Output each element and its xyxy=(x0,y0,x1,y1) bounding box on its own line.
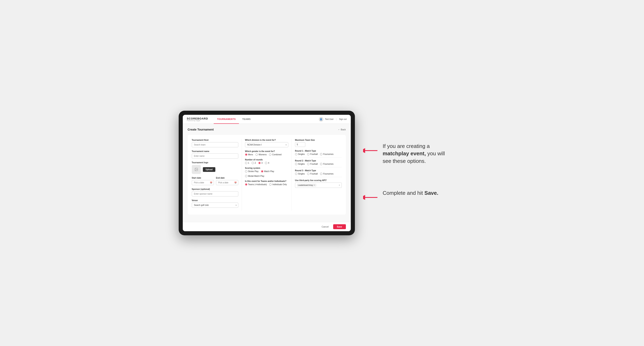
max-team-size-group: Maximum Team Size xyxy=(295,139,342,147)
rounds-group: Number of rounds 1 2 xyxy=(245,159,288,164)
api-select-wrapper[interactable]: Leaderboard King ✕ ▾ xyxy=(295,182,342,188)
venue-select-wrapper: Search golf club xyxy=(192,202,238,208)
api-remove-icon[interactable]: ✕ xyxy=(314,184,315,186)
tab-teams[interactable]: TEAMS xyxy=(239,115,254,124)
division-select[interactable]: NCAA Division I xyxy=(245,142,288,147)
annotation-area: If you are creating a matchplay event, y… xyxy=(363,111,466,235)
api-label: Use third-party live scoring API? xyxy=(295,179,342,181)
tournament-host-input[interactable] xyxy=(192,142,238,147)
arrow-right-icon xyxy=(363,145,380,157)
form-col-1: Tournament Host Tournament name Tourname… xyxy=(192,139,242,210)
r3-singles[interactable]: Singles xyxy=(295,173,305,175)
r1-fourball[interactable]: Fourball xyxy=(307,153,318,155)
arrow-right-bottom-icon xyxy=(363,191,380,204)
nav-right: 👤 Test User | Sign out xyxy=(319,117,347,122)
annotation-top-block: If you are creating a matchplay event, y… xyxy=(363,142,466,165)
r2-singles[interactable]: Singles xyxy=(295,163,305,165)
top-nav: SCOREBOARD Powered by clippit TOURNAMENT… xyxy=(183,115,351,124)
scoring-stroke[interactable]: Stroke Play xyxy=(245,170,258,173)
event-teams[interactable]: Teams (+Individuals) xyxy=(245,183,267,185)
round3-label: Round 3 - Match Type xyxy=(295,170,342,172)
end-date-group: End date 📅 xyxy=(216,177,238,185)
calendar-icon-end: 📅 xyxy=(234,181,237,184)
api-dropdown-icon: ▾ xyxy=(339,184,340,186)
event-type-group: Is this event for Teams and/or Individua… xyxy=(245,180,288,185)
avatar: 👤 xyxy=(319,117,323,122)
user-name: Test User xyxy=(325,118,334,120)
divider1 xyxy=(295,157,342,158)
logo-placeholder xyxy=(192,165,201,174)
date-row: Start date 📅 End date xyxy=(192,177,238,185)
division-label: Which division is the event for? xyxy=(245,139,288,141)
tablet-device: SCOREBOARD Powered by clippit TOURNAMENT… xyxy=(179,111,355,235)
tournament-name-label: Tournament name xyxy=(192,150,238,153)
gender-group: Which gender is the event for? Mens Wome… xyxy=(245,150,288,156)
rounds-3[interactable]: 3 xyxy=(258,162,263,164)
form-grid: Tournament Host Tournament name Tourname… xyxy=(188,135,346,215)
event-type-radio-group: Teams (+Individuals) Individuals Only xyxy=(245,183,288,185)
r1-foursomes[interactable]: Foursomes xyxy=(320,153,333,155)
gender-mens[interactable]: Mens xyxy=(245,154,253,156)
rounds-2[interactable]: 2 xyxy=(252,162,256,164)
r2-foursomes[interactable]: Foursomes xyxy=(320,163,333,165)
upload-button[interactable]: Upload xyxy=(203,167,216,172)
rounds-1[interactable]: 1 xyxy=(245,162,249,164)
tablet-screen: SCOREBOARD Powered by clippit TOURNAMENT… xyxy=(183,115,351,231)
round3-match-type: Round 3 - Match Type Singles Fourball xyxy=(295,170,342,175)
tournament-name-input[interactable] xyxy=(192,154,238,159)
gender-label: Which gender is the event for? xyxy=(245,150,288,153)
r2-fourball[interactable]: Fourball xyxy=(307,163,318,165)
event-type-label: Is this event for Teams and/or Individua… xyxy=(245,180,288,182)
api-group: Use third-party live scoring API? Leader… xyxy=(295,179,342,188)
api-tag-label: Leaderboard King xyxy=(298,184,313,186)
gender-womens[interactable]: Womens xyxy=(256,154,266,156)
page-header: Create Tournament ← Back xyxy=(188,128,346,131)
venue-group: Venue Search golf club xyxy=(192,199,238,208)
tournament-logo-group: Tournament logo Upload xyxy=(192,162,238,174)
back-button[interactable]: ← Back xyxy=(338,128,346,131)
event-individuals[interactable]: Individuals Only xyxy=(269,183,287,185)
divider3 xyxy=(295,177,342,177)
page-title: Create Tournament xyxy=(188,128,214,131)
sign-out-link[interactable]: Sign out xyxy=(339,118,347,120)
scoring-medal[interactable]: Medal Match Play xyxy=(245,175,264,177)
svg-point-1 xyxy=(196,169,196,169)
round2-label: Round 2 - Match Type xyxy=(295,160,342,162)
end-date-label: End date xyxy=(216,177,238,179)
r3-foursomes[interactable]: Foursomes xyxy=(320,173,333,175)
nav-left: SCOREBOARD Powered by clippit TOURNAMENT… xyxy=(187,115,254,124)
scoring-match[interactable]: Match Play xyxy=(261,170,274,173)
save-button[interactable]: Save xyxy=(333,224,346,229)
rounds-label: Number of rounds xyxy=(245,159,288,161)
rounds-radio-group: 1 2 3 xyxy=(245,162,288,164)
r1-singles[interactable]: Singles xyxy=(295,153,305,155)
max-team-size-label: Maximum Team Size xyxy=(295,139,342,141)
rounds-4[interactable]: 4 xyxy=(265,162,269,164)
round2-options: Singles Fourball Foursomes xyxy=(295,163,342,165)
sponsor-label: Sponsor (optional) xyxy=(192,188,238,190)
form-footer: Cancel Save xyxy=(183,222,351,231)
gender-combined[interactable]: Combined xyxy=(269,154,282,156)
calendar-icon: 📅 xyxy=(210,181,212,184)
round1-label: Round 1 - Match Type xyxy=(295,150,342,152)
tournament-name-group: Tournament name xyxy=(192,150,238,159)
sponsor-input[interactable] xyxy=(192,191,238,196)
tab-tournaments[interactable]: TOURNAMENTS xyxy=(214,115,239,124)
max-team-size-input[interactable] xyxy=(295,142,305,147)
start-date-label: Start date xyxy=(192,177,214,179)
sponsor-group: Sponsor (optional) xyxy=(192,188,238,196)
division-group: Which division is the event for? NCAA Di… xyxy=(245,139,288,147)
dates-group: Start date 📅 End date xyxy=(192,177,238,185)
annotation-bottom: Complete and hit Save. xyxy=(383,189,438,197)
r3-fourball[interactable]: Fourball xyxy=(307,173,318,175)
nav-tabs: TOURNAMENTS TEAMS xyxy=(214,115,254,124)
form-col-3: Maximum Team Size Round 1 - Match Type S… xyxy=(292,139,342,210)
brand-name: SCOREBOARD xyxy=(187,117,208,120)
venue-select[interactable]: Search golf club xyxy=(192,202,238,208)
venue-label: Venue xyxy=(192,199,238,201)
end-date-wrapper: 📅 xyxy=(216,180,238,185)
cancel-button[interactable]: Cancel xyxy=(319,224,331,229)
tournament-host-group: Tournament Host xyxy=(192,139,238,147)
round1-match-type: Round 1 - Match Type Singles Fourball xyxy=(295,150,342,155)
form-col-2: Which division is the event for? NCAA Di… xyxy=(242,139,292,210)
